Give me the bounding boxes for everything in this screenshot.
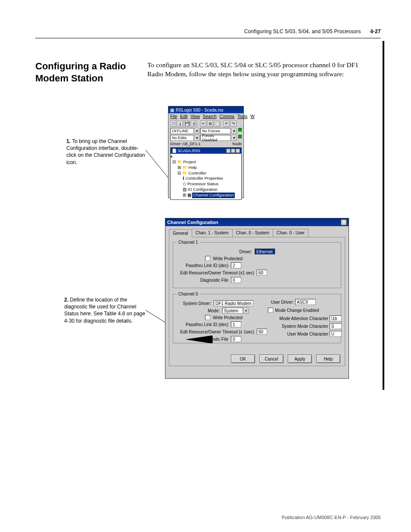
status-led [238,128,242,131]
side-rule [383,41,384,390]
menu-comms[interactable]: Comms [220,114,234,119]
open-icon[interactable]: ⭳ [177,121,183,127]
edit-resource-input[interactable]: 60 [257,329,267,335]
dropdown-icon[interactable]: ▾ [231,128,237,134]
mode-attention-input[interactable]: \1b [330,315,342,321]
copy-icon[interactable]: ⧉ [207,121,213,127]
passthru-label: Passthru Link ID (dec) [177,263,228,268]
tree-help[interactable]: ⊞ 📁 Help [172,165,240,171]
step-number: 1. [66,138,71,144]
write-protected-checkbox[interactable] [205,256,210,261]
forces-disabled-label: Forces Disabled [202,134,229,142]
system-mode-input[interactable]: S [330,323,342,329]
passthru-input[interactable]: 2 [231,262,241,268]
new-icon[interactable]: □ [170,121,176,127]
caption-step-2: 2. Define the location of the diagnostic… [64,296,150,324]
cancel-button[interactable]: Cancel [259,355,283,363]
dropdown-icon[interactable]: ▾ [231,135,237,141]
close-icon[interactable]: × [341,219,347,225]
app-icon: ▦ [170,108,174,112]
forces-select[interactable]: No Forces [200,128,230,134]
offline-select[interactable]: OFFLINE [170,128,194,134]
arrow-diagnostic [187,336,217,343]
user-driver-label: User Driver: [268,300,294,305]
offline-label: OFFLINE [172,129,188,133]
cut-icon[interactable]: ✂ [200,121,206,127]
tab-strip: General Chan. 1 - System Chan. 0 - Syste… [169,229,345,237]
maximize-icon[interactable]: □ [231,149,235,153]
system-driver-label: System Driver: [177,301,211,306]
noforces-label: No Forces [202,129,220,133]
menu-file[interactable]: File [170,114,177,119]
dialog-titlebar[interactable]: Channel Configuration × [165,218,349,226]
passthru-input[interactable]: 1 [231,321,241,327]
dropdown-icon[interactable]: ▾ [195,135,200,141]
subwindow-title: SCADA.RSS [178,149,200,153]
page-header: Configuring SLC 5/03, 5/04, and 5/05 Pro… [244,28,381,34]
toolbar: □ ⭳ 💾 ⎙ ✂ ⧉ 📋 ↶ ↷ [168,120,243,128]
edits-select[interactable]: No Edits [170,135,194,141]
header-text: Configuring SLC 5/03, 5/04, and 5/05 Pro… [244,28,361,34]
user-mode-label: User Mode Character [268,332,328,336]
minimize-icon[interactable]: _ [226,149,230,153]
menu-edit[interactable]: Edit [180,114,187,119]
system-mode-row: System Mode Character S [268,323,350,329]
tab-chan1-system[interactable]: Chan. 1 - System [192,229,233,237]
project-subwindow: 📄 SCADA.RSS _ □ × ▴ ⊟ 📁 Project ⊞ 📁 Help… [170,147,242,200]
user-driver-row: User Driver: ASCII [268,299,350,305]
tree-controller[interactable]: ⊟ 📁 Controller [172,171,240,176]
redo-icon[interactable]: ↷ [230,121,237,127]
write-protected-checkbox[interactable] [205,315,210,320]
diagnostic-file-input[interactable]: 0 [231,336,241,342]
menu-search[interactable]: Search [203,114,217,119]
chevron-down-icon[interactable]: ▾ [243,308,249,314]
ok-button[interactable]: OK [231,355,255,363]
edit-resource-input[interactable]: 60 [257,270,267,276]
tab-chan0-user[interactable]: Chan. 0 - User [273,229,308,237]
menu-tools[interactable]: Tools [237,114,247,119]
mode-select[interactable]: System ▾ [222,308,249,314]
tree-project[interactable]: ⊟ 📁 Project [172,159,240,165]
apply-button[interactable]: Apply [288,355,312,363]
print-icon[interactable]: ⎙ [191,121,197,127]
close-icon[interactable]: × [236,149,240,153]
intro-text: To configure an SLC 5/03, SLC 5/04 or SL… [147,61,376,79]
project-tree[interactable]: ⊟ 📁 Project ⊞ 📁 Help ⊟ 📁 Controller ℹ Co… [171,158,241,199]
scroll-up-icon[interactable]: ▴ [171,154,241,158]
paste-icon[interactable]: 📋 [214,121,220,127]
caption-step-1: 1. To bring up the Channel Configuration… [66,138,148,166]
menubar[interactable]: File Edit View Search Comms Tools W [168,113,243,120]
save-icon[interactable]: 💾 [184,121,190,127]
user-mode-input[interactable]: U [330,331,342,337]
diagnostic-file-input[interactable]: 0 [231,277,241,283]
mode-value: System [222,308,243,314]
dropdown-icon[interactable]: ▾ [195,128,200,134]
menu-view[interactable]: View [190,114,200,119]
titlebar[interactable]: ▦ RSLogix 500 - Scada.rss [168,106,243,113]
tree-controller-properties[interactable]: ℹ Controller Properties [172,176,240,181]
tree-channel-configuration[interactable]: ⊞ ▦ Channel Configuration [172,193,240,198]
mode-change-checkbox[interactable] [268,308,273,313]
tree-io-configuration[interactable]: ▥ IO Configuration [172,187,240,193]
step-number: 2. [64,297,68,303]
channel-1-group: Channel 1 Driver: Ethernet Write Protect… [173,240,341,288]
mode-change-row: Mode Change Enabled [268,308,350,313]
page-number: 4-27 [370,28,381,34]
system-mode-label: System Mode Character [268,324,328,329]
undo-icon[interactable]: ↶ [224,121,230,127]
tab-chan0-system[interactable]: Chan. 0 - System [232,229,273,237]
forces-disabled-select[interactable]: Forces Disabled [200,135,230,141]
tree-processor-status[interactable]: ◇ Processor Status [172,181,240,187]
driver-label: Driver: AB_DF1-1 [170,142,201,146]
step-text: To bring up the Channel Configuration in… [66,138,145,165]
section-title: Configuring a Radio Modem Station [35,60,139,84]
help-button[interactable]: Help [316,355,340,363]
menu-window[interactable]: W [250,114,254,119]
driver-label: Driver: [177,249,252,254]
subwindow-titlebar[interactable]: 📄 SCADA.RSS _ □ × [171,148,241,154]
write-protected-label: Write Protected [213,315,243,320]
tab-general[interactable]: General [169,229,192,237]
page-footer: Publication AG-UM008C-EN-P - February 20… [282,515,381,520]
user-driver-value: ASCII [295,299,316,305]
diagnostic-file-label: Diagnostic File [177,278,228,283]
